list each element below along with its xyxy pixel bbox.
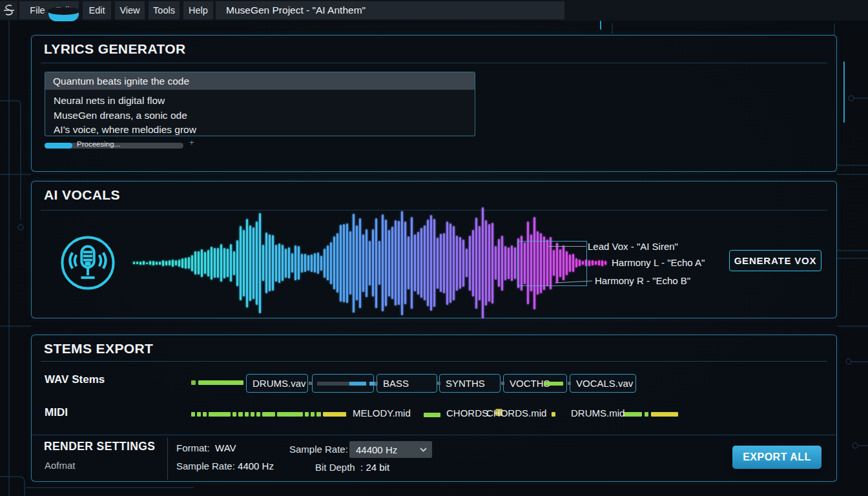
wav-stems-row-label: WAV Stems bbox=[45, 373, 105, 386]
active-menu-indicator bbox=[48, 12, 79, 21]
divider bbox=[167, 437, 168, 480]
menu-item-tools[interactable]: Tools bbox=[149, 1, 180, 19]
musegen-app-window: File Edit Edit View Tools Help MuseGen P… bbox=[0, 0, 868, 496]
microphone-icon bbox=[59, 234, 116, 291]
divider bbox=[41, 63, 827, 63]
sample-rate-row: Sample Rate: 4400 Hz bbox=[176, 460, 274, 471]
lyrics-line: Neural nets in digital flow bbox=[54, 94, 475, 108]
chip-separator bbox=[501, 382, 504, 385]
ai-vocals-panel: AI VOCALS Lead Vox - "AI Siren" Harmony … bbox=[31, 181, 837, 318]
lyrics-generator-title: LYRICS GENERATOR bbox=[44, 41, 186, 57]
lyrics-line: AI's voice, where melodies grow bbox=[54, 123, 475, 136]
stem-chip-waveform[interactable] bbox=[312, 374, 374, 393]
leader-line bbox=[548, 246, 586, 247]
stem-chip-vocals[interactable]: VOCALS.vav bbox=[570, 374, 636, 393]
lyrics-generator-panel: LYRICS GENERATOR Quantum beats ignite th… bbox=[31, 35, 837, 172]
stem-chip-synths[interactable]: SYNTHS bbox=[439, 374, 501, 393]
chip-separator bbox=[437, 382, 440, 385]
export-all-button[interactable]: EXPORT ALL bbox=[732, 446, 822, 469]
chip-separator bbox=[309, 382, 312, 385]
menu-item-edit[interactable]: Edit bbox=[83, 1, 111, 19]
midi-file-drums[interactable]: DRUMS.mid bbox=[571, 408, 625, 418]
waveform-selection-box[interactable] bbox=[517, 241, 587, 286]
menu-bar: File Edit Edit View Tools Help MuseGen P… bbox=[0, 0, 868, 21]
lyrics-lines: Neural nets in digital flow MuseGen drea… bbox=[45, 90, 475, 136]
chip-mini-waveform bbox=[317, 382, 378, 386]
render-settings-title: RENDER SETTINGS bbox=[44, 440, 155, 453]
circuit-glow-segment bbox=[843, 61, 845, 123]
format-row: Format: WAV bbox=[176, 442, 236, 453]
divider bbox=[41, 361, 827, 362]
lyrics-progress-bar: Proceesing... bbox=[45, 143, 183, 149]
progress-fill bbox=[45, 143, 72, 149]
midi-meter bbox=[624, 411, 678, 417]
sample-rate-dropdown-label: Sample Rate: bbox=[289, 444, 348, 455]
sample-rate-label: Sample Rate: bbox=[176, 460, 235, 471]
ai-vocals-title: AI VOCALS bbox=[44, 187, 120, 203]
wav-level-meter bbox=[191, 380, 243, 385]
chevron-down-icon bbox=[420, 448, 427, 452]
harmony-l-label: Harmony L - "Echo A" bbox=[612, 257, 705, 268]
circuit-glow-segment bbox=[600, 21, 601, 30]
bit-depth-row: Bit Depth : 24 bit bbox=[315, 462, 389, 473]
lyrics-line: MuseGen dreans, a sonic ode bbox=[54, 108, 475, 123]
divider bbox=[32, 435, 836, 435]
stems-export-title: STEMS EXPORT bbox=[44, 341, 153, 356]
midi-row-label: MIDI bbox=[45, 406, 68, 419]
menu-item-help[interactable]: Help bbox=[183, 1, 213, 19]
stem-chip-bass[interactable]: BASS bbox=[377, 374, 437, 393]
menu-item-view[interactable]: View bbox=[115, 1, 145, 19]
lyrics-textbox[interactable]: Quantum beats ignite the code Neural net… bbox=[45, 72, 475, 136]
window-title: MuseGen Project - "AI Anthem" bbox=[216, 1, 564, 19]
midi-file-melody[interactable]: MELODY.mid bbox=[353, 408, 411, 418]
sample-rate-dropdown[interactable]: 44400 Hz bbox=[349, 441, 432, 458]
stems-export-panel: STEMS EXPORT WAV Stems DRUMS.vav BASS SY… bbox=[31, 335, 837, 482]
format-value: WAV bbox=[215, 442, 236, 453]
sample-rate-dropdown-value: 44400 Hz bbox=[356, 444, 420, 455]
harmony-r-label: Harmony R - "Echo B" bbox=[595, 275, 690, 286]
stem-chip-vocths[interactable]: VOCTHS bbox=[503, 374, 567, 393]
chip-level-bar bbox=[544, 382, 563, 386]
generate-vox-button[interactable]: GENERATE VOX bbox=[729, 250, 822, 271]
midi-file-chords-mid[interactable]: CHORDS.mid bbox=[486, 408, 546, 418]
sample-rate-value: 4400 Hz bbox=[238, 460, 274, 471]
chip-separator bbox=[375, 382, 378, 385]
bit-depth-value: : 24 bit bbox=[360, 462, 389, 473]
midi-meter bbox=[424, 412, 440, 417]
lead-vox-label: Lead Vox - "AI Siren" bbox=[588, 241, 678, 252]
format-label: Format: bbox=[176, 442, 210, 453]
lyrics-highlighted-line[interactable]: Quantum beats ignite the code bbox=[45, 72, 475, 90]
progress-label: Proceesing... bbox=[77, 140, 120, 148]
midi-meter bbox=[552, 411, 555, 417]
render-sub-label: Aofmat bbox=[45, 460, 76, 471]
app-logo-icon bbox=[0, 1, 17, 19]
midi-file-chords[interactable]: CHORDS. bbox=[446, 408, 491, 418]
progress-plus-button[interactable]: + bbox=[189, 138, 194, 147]
stem-chip-drums[interactable]: DRUMS.vav bbox=[246, 374, 308, 393]
bit-depth-label: Bit Depth bbox=[315, 462, 355, 473]
midi-meter bbox=[191, 411, 346, 417]
chip-separator bbox=[568, 382, 571, 385]
